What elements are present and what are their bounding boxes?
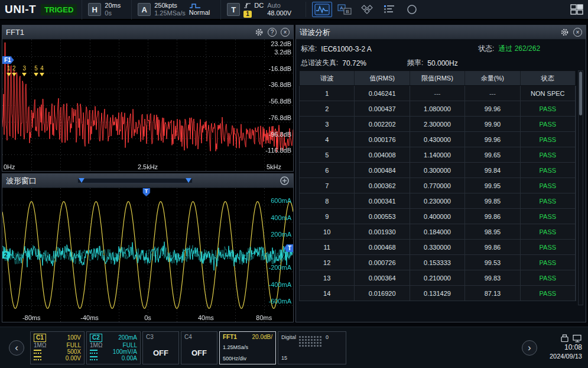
value-cell: 99.95: [465, 178, 520, 193]
harmonic-table-scrollbar[interactable]: [578, 70, 583, 305]
harmonic-table-row[interactable]: 10.046241------NON SPEC: [299, 86, 576, 101]
status-cell: PASS: [521, 132, 576, 147]
value-cell: 0.016920: [355, 286, 410, 301]
harmonic-settings-gear-icon[interactable]: [560, 28, 569, 37]
harmonic-table-row[interactable]: 120.0007260.15333399.53PASS: [299, 255, 576, 270]
harmonic-peak-marker[interactable]: 3: [22, 66, 27, 76]
zoom-right-handle-icon[interactable]: [186, 178, 191, 183]
channel-1-impedance: 1MΩ: [34, 342, 46, 348]
harmonic-peak-marker[interactable]: 1: [7, 66, 11, 76]
fft-panel-header: FFT1 ? ×: [2, 25, 293, 40]
value-cell: 0.002202: [355, 117, 410, 131]
harmonic-table-row[interactable]: 40.0001760.43000099.96PASS: [299, 132, 576, 147]
harmonic-table-row[interactable]: 110.0004680.33000099.86PASS: [299, 240, 576, 255]
fft-close-icon[interactable]: ×: [281, 28, 290, 37]
fft-settings-gear-icon[interactable]: [255, 28, 264, 37]
harmonic-peak-marker[interactable]: 2: [12, 66, 17, 76]
trigger-coupling: DC: [254, 2, 264, 9]
fft-canvas[interactable]: [2, 40, 293, 171]
measure-list-icon[interactable]: [379, 2, 399, 17]
memory-depth: 250kpts: [154, 2, 186, 9]
fft-plot-area[interactable]: 23.2dB3.2dB-16.8dB-36.8dB-56.8dB-76.8dB-…: [2, 40, 293, 171]
acquire-mode: Normal: [189, 9, 210, 17]
scrollbar-thumb[interactable]: [579, 72, 582, 115]
usb-device-icon: [560, 334, 569, 343]
value-cell: 99.53: [465, 255, 520, 270]
fft-panel: FFT1 ? × 23.2dB3.2dB-16.8dB-36.8dB-56.8d…: [2, 25, 294, 172]
digital-channels-box[interactable]: Digital 15 0: [278, 331, 346, 364]
wave-canvas[interactable]: [2, 188, 293, 322]
value-cell: 0.210000: [410, 270, 465, 285]
horizontal-control[interactable]: H 20ms 0s: [82, 0, 126, 20]
digital-last-channel: 15: [281, 355, 296, 361]
zoom-window-scrollbar[interactable]: [77, 178, 193, 183]
zoom-magnifier-icon[interactable]: [280, 176, 290, 186]
harmonic-peak-marker[interactable]: 4: [40, 66, 44, 76]
thd-label: 总谐波失真:: [301, 58, 338, 68]
value-cell: 0.000364: [355, 270, 410, 285]
fft-help-icon[interactable]: ?: [268, 28, 277, 37]
value-cell: 0.330000: [410, 240, 465, 254]
marker-triangle-icon: [22, 73, 27, 76]
svg-text:B: B: [346, 9, 349, 14]
channel-1-box[interactable]: C1100V 1MΩFULL 500X 0.00V: [30, 331, 85, 364]
harmonic-table-row[interactable]: 30.0022022.30000099.90PASS: [299, 117, 576, 132]
harmonic-number-cell: 11: [300, 240, 355, 254]
value-cell: 1.080000: [410, 101, 465, 116]
harmonic-table-row[interactable]: 70.0003620.77000099.95PASS: [299, 178, 576, 193]
channel-4-box[interactable]: C4 OFF: [181, 331, 217, 364]
value-cell: 0.000553: [355, 209, 410, 224]
status-cell: PASS: [521, 270, 576, 285]
value-cell: 99.96: [465, 132, 520, 147]
fft-box-label: FFT1: [223, 334, 237, 340]
value-cell: 0.000726: [355, 255, 410, 270]
zoom-left-handle-icon[interactable]: [79, 178, 85, 183]
wave-plot-area[interactable]: 600mA400mA200mA0A-200mA-400mA-600mA -80m…: [2, 188, 293, 322]
harmonic-close-icon[interactable]: ×: [573, 28, 582, 37]
value-cell: 99.96: [465, 101, 520, 116]
harmonic-table-row[interactable]: 20.0004371.08000099.96PASS: [299, 101, 576, 117]
waveform-display-icon[interactable]: [312, 2, 332, 17]
status-cell: PASS: [521, 286, 576, 301]
trigger-slope-icon: [243, 2, 252, 9]
marker-number: 4: [40, 66, 44, 72]
digital-label: Digital: [281, 334, 296, 340]
harmonic-table-row[interactable]: 50.0040081.14000099.65PASS: [299, 147, 576, 163]
dc-coupling-icon: [90, 350, 98, 354]
acquire-pulse-icon: [189, 3, 201, 9]
xy-display-icon[interactable]: [357, 2, 377, 17]
channel-bar-prev-button[interactable]: ‹: [9, 340, 24, 356]
thd-value: 70.72%: [342, 59, 366, 67]
trigger-control[interactable]: T DC 1 Auto 48.000V: [220, 0, 297, 20]
cursor-circle-icon[interactable]: [402, 2, 422, 17]
value-cell: 0.400000: [410, 209, 465, 224]
wave-panel-title: 波形窗口: [6, 176, 37, 186]
harmonic-table-row[interactable]: 140.0169200.13142987.13PASS: [299, 286, 576, 301]
harmonic-table-row[interactable]: 80.0003410.23000099.85PASS: [299, 193, 576, 209]
acquire-control[interactable]: A 250kpts 1.25MSa/s Normal: [131, 0, 216, 20]
ground-icon: [90, 356, 98, 361]
external-display-icon: [573, 334, 582, 343]
fft-math-box[interactable]: FFT120.0dB/ 1.25MSa/s 500Hz/div: [219, 331, 276, 364]
harmonic-peak-marker[interactable]: 5: [34, 66, 38, 76]
value-cell: 2.300000: [410, 117, 465, 131]
harmonic-table-row[interactable]: 90.0005530.40000099.86PASS: [299, 209, 576, 224]
column-header: 状态: [521, 71, 576, 85]
harmonic-table-row[interactable]: 130.0003640.21000099.83PASS: [299, 270, 576, 286]
window-layout-icon[interactable]: [570, 4, 583, 15]
acquire-key: A: [138, 3, 151, 16]
value-cell: 0.230000: [410, 193, 465, 208]
trigger-source-badge: 1: [243, 11, 252, 18]
channel-3-box[interactable]: C3 OFF: [142, 331, 179, 364]
dual-window-ab-icon[interactable]: AB: [334, 2, 355, 17]
value-cell: 99.84: [465, 163, 520, 177]
harmonic-table-row[interactable]: 60.0004840.30000099.84PASS: [299, 163, 576, 178]
harmonic-number-cell: 1: [300, 86, 355, 101]
harmonic-table-row[interactable]: 100.0019300.18400098.95PASS: [299, 224, 576, 240]
channel-2-box[interactable]: C2200mA 1MΩFULL 100mV/A 0.00A: [86, 331, 141, 364]
harmonic-info: 标准: IEC61000-3-2 A 状态: 通过 262/262 总谐波失真:…: [296, 40, 586, 71]
standard-label: 标准:: [301, 44, 317, 54]
value-cell: 0.300000: [410, 163, 465, 177]
channel-bar-next-button[interactable]: ›: [522, 340, 537, 356]
status-cell: PASS: [521, 255, 576, 270]
